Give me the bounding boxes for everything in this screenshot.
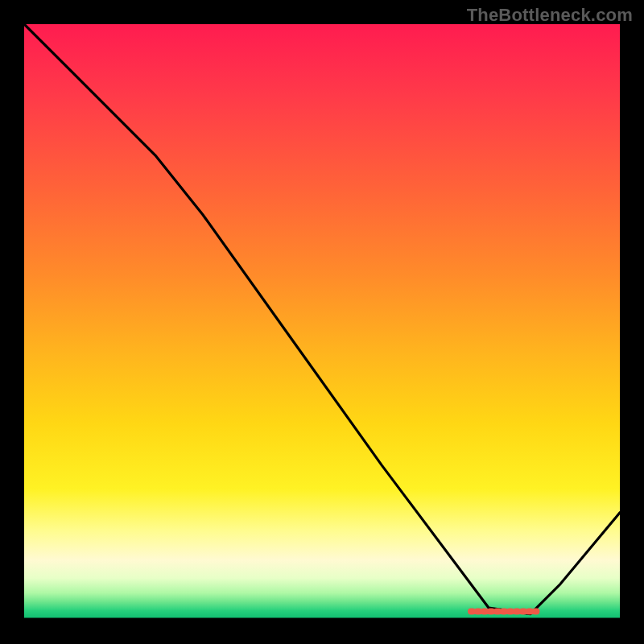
plot-area xyxy=(24,24,620,620)
watermark-text: TheBottleneck.com xyxy=(467,5,633,26)
chart-svg xyxy=(24,24,620,620)
figure-root: TheBottleneck.com xyxy=(0,0,644,644)
bottleneck-curve xyxy=(24,24,620,614)
